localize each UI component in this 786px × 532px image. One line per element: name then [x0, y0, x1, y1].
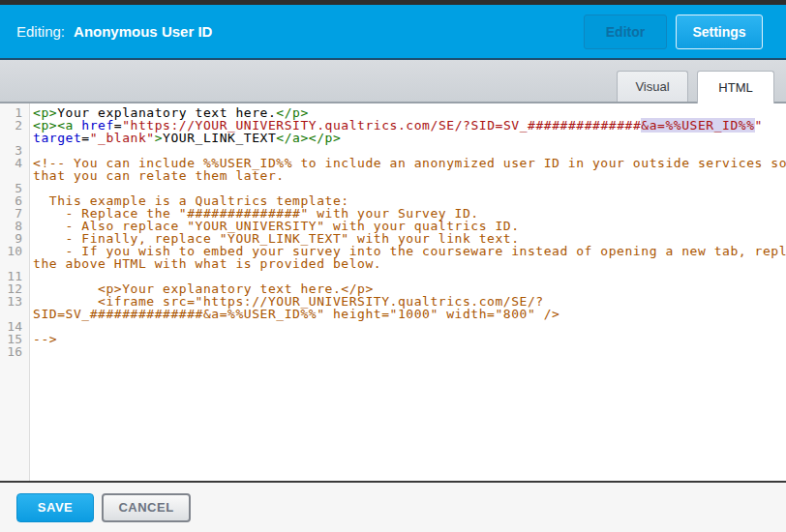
component-title: Anonymous User ID	[74, 23, 212, 40]
code-line[interactable]: 13 <iframe src="https://YOUR_UNIVERSITY.…	[0, 295, 786, 320]
code-content: <!-- You can include %%USER_ID%% to incl…	[29, 157, 786, 182]
code-content: <iframe src="https://YOUR_UNIVERSITY.qua…	[29, 295, 786, 320]
editing-header: Editing: Anonymous User ID Editor Settin…	[0, 5, 786, 60]
code-line[interactable]: 2<p><a href="https://YOUR_UNIVERSITY.qua…	[0, 119, 786, 144]
page-title: Editing: Anonymous User ID	[16, 23, 212, 40]
editor-button[interactable]: Editor	[584, 15, 667, 49]
code-content: -->	[29, 333, 786, 345]
html-code-editor[interactable]: 1<p>Your explanatory text here.</p>2<p><…	[0, 103, 786, 481]
code-content: - If you wish to embed your survey into …	[29, 245, 786, 270]
line-number: 4	[0, 157, 29, 169]
settings-button[interactable]: Settings	[676, 15, 763, 49]
mode-tabbar: Visual HTML	[0, 60, 786, 103]
header-buttons: Editor Settings	[584, 15, 763, 49]
cancel-button[interactable]: CANCEL	[102, 493, 191, 522]
save-button[interactable]: SAVE	[16, 493, 94, 522]
code-line[interactable]: 15-->	[0, 333, 786, 345]
code-content	[29, 345, 786, 358]
line-number: 10	[0, 245, 29, 257]
line-number: 13	[0, 295, 29, 308]
code-line[interactable]: 10 - If you wish to embed your survey in…	[0, 245, 786, 270]
editing-label: Editing:	[16, 23, 65, 40]
code-line[interactable]: 14	[0, 320, 786, 333]
tab-visual[interactable]: Visual	[617, 71, 688, 102]
action-footer: SAVE CANCEL	[0, 481, 786, 532]
code-content: <p><a href="https://YOUR_UNIVERSITY.qual…	[29, 119, 786, 144]
code-line[interactable]: 4<!-- You can include %%USER_ID%% to inc…	[0, 157, 786, 182]
tab-html[interactable]: HTML	[697, 71, 774, 103]
code-content	[29, 320, 786, 333]
line-number: 2	[0, 119, 29, 132]
line-number: 16	[0, 345, 29, 358]
code-line[interactable]: 16	[0, 345, 786, 358]
